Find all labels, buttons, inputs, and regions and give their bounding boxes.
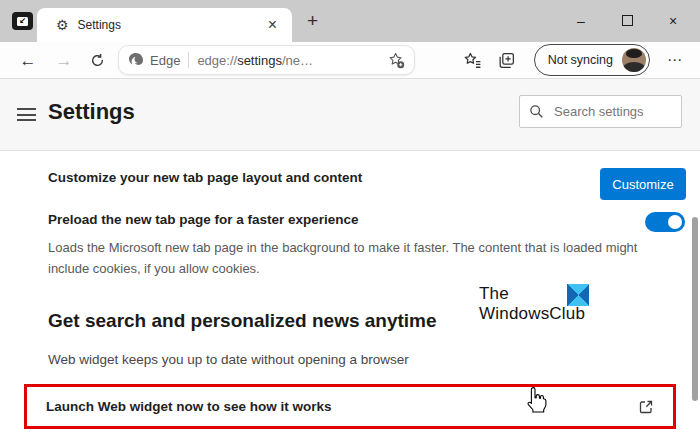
url-host: settings — [237, 53, 282, 68]
new-tab-button[interactable]: + — [301, 7, 324, 35]
site-info-chip[interactable]: Edge — [128, 52, 180, 68]
preload-row-label: Preload the new tab page for a faster ex… — [48, 212, 359, 227]
more-menu-button[interactable]: ⋯ — [660, 51, 690, 69]
maximize-button[interactable] — [604, 14, 650, 28]
url-path: /ne… — [282, 53, 313, 68]
avatar — [622, 48, 646, 72]
back-button[interactable]: ← — [10, 52, 46, 69]
customize-button[interactable]: Customize — [600, 168, 686, 200]
maximize-icon — [622, 15, 633, 26]
watermark-line2: WindowsClub — [479, 304, 585, 323]
settings-search-box[interactable] — [519, 95, 682, 128]
address-bar[interactable]: Edge edge://settings/ne… — [118, 45, 415, 75]
browser-toolbar: ← → Edge edge://settings/ne… — [0, 42, 700, 79]
collections-button[interactable] — [490, 51, 524, 70]
url-scheme: edge:// — [197, 53, 237, 68]
search-icon — [529, 104, 544, 119]
news-section-subtext: Web widget keeps you up to date without … — [48, 352, 409, 367]
forward-button: → — [46, 52, 82, 69]
url-text: edge://settings/ne… — [197, 53, 387, 68]
close-window-button[interactable]: × — [650, 14, 696, 28]
close-tab-icon[interactable]: × — [263, 17, 282, 33]
address-divider — [188, 52, 189, 68]
window-controls: – × — [558, 0, 696, 42]
star-plus-icon — [387, 51, 405, 69]
profile-label: Not syncing — [548, 53, 613, 67]
tab-settings[interactable]: ⚙ Settings × — [37, 8, 292, 42]
favorites-button[interactable] — [456, 51, 490, 70]
edge-logo-icon — [128, 52, 144, 68]
settings-header: Settings — [0, 79, 700, 151]
title-bar: ↙ ⚙ Settings × + – × — [0, 0, 700, 42]
launch-web-widget-row[interactable]: Launch Web widget now to see how it work… — [24, 384, 676, 429]
tab-actions-icon: ↙ — [17, 17, 28, 26]
preload-description: Loads the Microsoft new tab page in the … — [48, 238, 642, 279]
toggle-knob — [668, 215, 682, 229]
page-title: Settings — [48, 99, 135, 125]
settings-menu-button[interactable] — [17, 108, 36, 121]
settings-content: Customize your new tab page layout and c… — [0, 151, 700, 438]
add-favorite-button[interactable] — [387, 51, 405, 69]
windowsclub-logo-icon — [567, 284, 589, 306]
launch-row-label: Launch Web widget now to see how it work… — [46, 399, 638, 414]
search-input[interactable] — [552, 103, 672, 120]
collections-icon — [497, 51, 516, 70]
tab-title: Settings — [78, 18, 263, 32]
favorites-icon — [463, 51, 482, 70]
windowsclub-watermark: The WindowsClub — [479, 284, 619, 324]
open-external-icon — [638, 399, 654, 415]
scrollbar-thumb[interactable] — [692, 217, 698, 401]
watermark-line1: The — [479, 284, 509, 303]
refresh-icon — [90, 53, 105, 68]
preload-toggle[interactable] — [645, 212, 685, 232]
customize-row-label: Customize your new tab page layout and c… — [48, 170, 362, 185]
tab-actions-menu-button[interactable]: ↙ — [12, 12, 33, 30]
site-button-label: Edge — [150, 53, 180, 68]
refresh-button[interactable] — [82, 53, 112, 68]
profile-sync-button[interactable]: Not syncing — [534, 44, 650, 76]
minimize-button[interactable]: – — [558, 14, 604, 28]
news-section-heading: Get search and personalized news anytime — [48, 310, 437, 332]
browser-window: ↙ ⚙ Settings × + – × ← → — [0, 0, 700, 438]
gear-icon: ⚙ — [56, 17, 69, 33]
